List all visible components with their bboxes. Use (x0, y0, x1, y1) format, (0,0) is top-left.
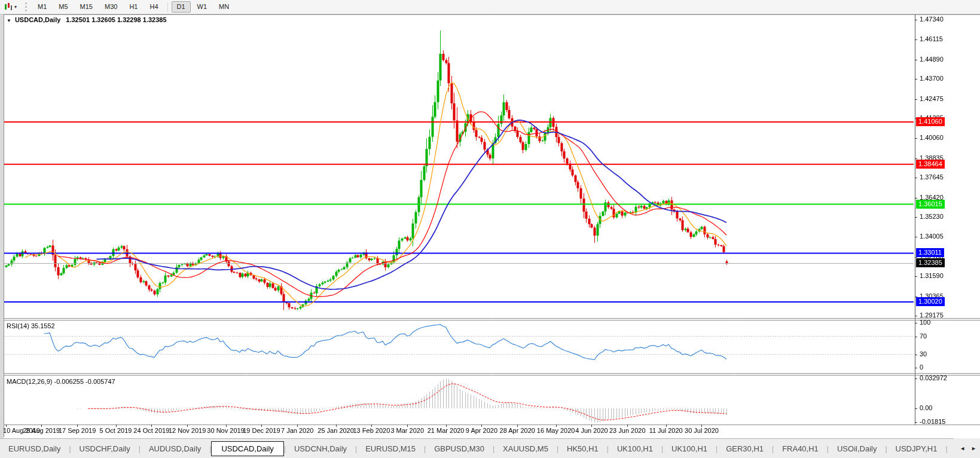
tab-uk100-h1[interactable]: UK100,H1 (663, 442, 716, 456)
candlestick-chart-icon[interactable] (4, 3, 13, 11)
tab-eurusd-daily[interactable]: EURUSD,Daily (0, 442, 69, 456)
tab-usoil-daily[interactable]: USOil,Daily (829, 442, 885, 456)
tab-audusd-daily[interactable]: AUDUSD,Daily (141, 442, 209, 456)
tabs-scroll-left-icon[interactable]: ◄ (960, 445, 965, 451)
timeframe-button-d1[interactable]: D1 (172, 1, 191, 13)
timeframe-button-m15[interactable]: M15 (75, 1, 98, 13)
tab-ger30-h1[interactable]: GER30,H1 (718, 442, 772, 456)
window-edge (0, 14, 4, 458)
chart-ohlc-values: 1.32501 1.32605 1.32298 1.32385 (66, 16, 166, 23)
chart-symbol-period: USDCAD,Daily (15, 16, 60, 23)
tab-eurusd-m15[interactable]: EURUSD,M15 (357, 442, 424, 456)
macd-indicator-label: MACD(12,26,9) -0.006255 -0.005747 (7, 378, 115, 385)
tab-hk50-h1[interactable]: HK50,H1 (558, 442, 607, 456)
tab-scroll-buttons: ◄ ► (954, 438, 980, 458)
timeframe-button-w1[interactable]: W1 (192, 1, 213, 13)
tabs-scroll-right-icon[interactable]: ► (971, 445, 976, 451)
tab-usdcnh-daily[interactable]: USDCNH,Daily (286, 442, 355, 456)
tab-usdcad-daily[interactable]: USDCAD,Daily (211, 441, 283, 456)
timeframe-button-h1[interactable]: H1 (124, 1, 143, 13)
timeframe-button-m30[interactable]: M30 (99, 1, 123, 13)
rsi-indicator-label: RSI(14) 35.1552 (7, 322, 55, 329)
trading-terminal: { "toolbar": { "chart_icon": "candlestic… (0, 0, 980, 458)
chart-canvas[interactable] (0, 0, 980, 458)
timeframe-button-mn[interactable]: MN (213, 1, 234, 13)
tab-gbpusd-m30[interactable]: GBPUSD,M30 (426, 442, 493, 456)
timeframe-button-m5[interactable]: M5 (53, 1, 73, 13)
chevron-down-icon[interactable]: ▾ (14, 4, 17, 10)
timeframe-button-h4[interactable]: H4 (144, 1, 163, 13)
toolbar-separator (167, 2, 168, 12)
collapse-triangle-icon[interactable]: ▼ (7, 18, 11, 23)
tab-fra40-h1[interactable]: FRA40,H1 (774, 442, 827, 456)
tab-usdjpy-h1[interactable]: USDJPY,H1 (887, 442, 946, 456)
timeframe-buttons: M1M5M15M30H1H4D1W1MN (32, 1, 235, 13)
tab-uk100-h1[interactable]: UK100,H1 (609, 442, 661, 456)
symbol-tabs: EURUSD,Daily|USDCHF,Daily|AUDUSD,Daily|U… (0, 441, 980, 456)
symbol-tab-bar: EURUSD,Daily|USDCHF,Daily|AUDUSD,Daily|U… (0, 438, 980, 458)
chart-title: ▼USDCAD,Daily1.32501 1.32605 1.32298 1.3… (7, 16, 167, 23)
timeframe-toolbar: ▾ M1M5M15M30H1H4D1W1MN (0, 0, 980, 14)
tab-xauusd-m5[interactable]: XAUUSD,M5 (494, 442, 557, 456)
tab-usdchf-daily[interactable]: USDCHF,Daily (71, 442, 139, 456)
toolbar-grip[interactable] (25, 2, 27, 11)
timeframe-button-m1[interactable]: M1 (32, 1, 52, 13)
